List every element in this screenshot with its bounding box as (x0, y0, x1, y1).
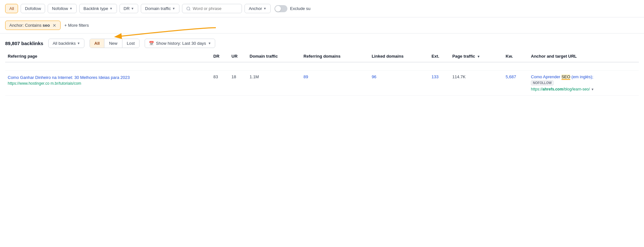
target-url-domain: ahrefs.com (543, 87, 563, 91)
exclude-toggle[interactable] (274, 5, 287, 12)
svg-point-0 (187, 7, 190, 10)
stats-row: 89,807 backlinks All backlinks ▼ All New… (0, 33, 644, 51)
referring-page-cell: Como Ganhar Dinheiro na Internet: 30 Mel… (5, 71, 211, 96)
tab-lost[interactable]: Lost (122, 39, 139, 48)
col-linked-domains: Linked domains (369, 51, 429, 62)
anchor-target-cell: Como Aprender SEO (em inglés); NOFOLLOW … (528, 71, 639, 96)
col-dr: DR (211, 51, 229, 62)
backlinks-tab-group: All New Lost (90, 39, 139, 48)
table-row: Como Ganhar Dinheiro na Internet: 30 Mel… (5, 71, 639, 96)
domain-traffic-btn[interactable]: Domain traffic ▼ (141, 4, 179, 13)
nofollow-label: Nofollow (52, 6, 68, 11)
dr-filter-btn[interactable]: DR ▼ (120, 4, 139, 13)
anchor-filter-tag: Anchor: Contains seo ✕ (5, 21, 61, 30)
toolbar-row-1: All Dofollow Nofollow ▼ Backlink type ▼ … (0, 0, 644, 17)
more-filters-btn[interactable]: + More filters (64, 22, 89, 29)
referring-page-url-text: https://www.hostinger.co m.br/tutoriais/… (8, 81, 81, 86)
target-url-before: https:// (531, 87, 543, 91)
all-filter-label: All (9, 6, 14, 11)
show-history-btn[interactable]: 📅 Show history: Last 30 days ▼ (145, 39, 215, 48)
target-url-link[interactable]: https://ahrefs.com/blog/learn-seo/ (531, 87, 591, 91)
tab-all[interactable]: All (90, 39, 105, 48)
svg-line-1 (189, 9, 190, 10)
col-anchor-target: Anchor and target URL (528, 51, 639, 62)
referring-page-url[interactable]: https://www.hostinger.co m.br/tutoriais/… (8, 81, 81, 86)
tab-new-label: New (109, 41, 117, 46)
history-label: Show history: Last 30 days (156, 41, 206, 46)
exclude-label: Exclude su (290, 6, 311, 11)
separator-row (5, 62, 639, 71)
filter-tag-prefix: Anchor: Contains (9, 23, 43, 28)
nofollow-chevron-icon: ▼ (69, 7, 72, 10)
domain-traffic-label: Domain traffic (145, 6, 171, 11)
dofollow-label: Dofollow (25, 6, 41, 11)
nofollow-badge: NOFOLLOW (531, 81, 553, 85)
backlink-type-btn[interactable]: Backlink type ▼ (79, 4, 117, 13)
ur-cell: 18 (229, 71, 247, 96)
filter-tag-close-btn[interactable]: ✕ (53, 23, 56, 28)
all-backlinks-label: All backlinks (53, 41, 76, 46)
backlinks-table: Referring page DR UR Domain traffic Refe… (5, 51, 639, 96)
backlink-type-label: Backlink type (83, 6, 108, 11)
toggle-container: Exclude su (274, 5, 311, 12)
anchor-before-text: Como Aprender (531, 74, 562, 79)
dr-chevron-icon: ▼ (131, 7, 134, 10)
history-chevron-icon: ▼ (208, 42, 211, 45)
tab-all-label: All (94, 41, 100, 46)
calendar-icon: 📅 (149, 41, 154, 46)
referring-page-link[interactable]: Como Ganhar Dinheiro na Internet: 30 Mel… (8, 74, 208, 81)
col-domain-traffic: Domain traffic (247, 51, 301, 62)
plus-icon: + (64, 23, 67, 28)
tab-new[interactable]: New (104, 39, 122, 48)
anchor-filter-btn[interactable]: Anchor ▼ (245, 4, 271, 13)
all-backlinks-btn[interactable]: All backlinks ▼ (48, 39, 84, 48)
anchor-after-text: (em inglés); (570, 74, 593, 79)
search-icon (186, 6, 191, 11)
anchor-seo-text: SEO (562, 74, 570, 80)
target-url-path: /blog/learn-seo/ (563, 87, 590, 91)
referring-domains-cell[interactable]: 89 (301, 71, 369, 96)
filter-tags-row: Anchor: Contains seo ✕ + More filters (0, 17, 644, 33)
page-traffic-sort-icon: ▼ (477, 55, 480, 58)
all-backlinks-chevron-icon: ▼ (77, 42, 80, 45)
referring-page-text: Como Ganhar Dinheiro na Internet: 30 Mel… (8, 75, 130, 80)
col-kw: Kw. (503, 51, 529, 62)
domain-traffic-chevron-icon: ▼ (172, 7, 175, 10)
nofollow-filter-btn[interactable]: Nofollow ▼ (48, 4, 77, 13)
tab-lost-label: Lost (127, 41, 135, 46)
col-ur: UR (229, 51, 247, 62)
dr-cell: 83 (211, 71, 229, 96)
ext-cell[interactable]: 133 (429, 71, 450, 96)
kw-cell[interactable]: 5,687 (503, 71, 529, 96)
anchor-chevron-icon: ▼ (263, 7, 266, 10)
linked-domains-cell[interactable]: 96 (369, 71, 429, 96)
target-url-container: https://ahrefs.com/blog/learn-seo/ ▼ (531, 87, 636, 91)
col-ext: Ext. (429, 51, 450, 62)
anchor-label: Anchor (249, 6, 262, 11)
more-filters-label: More filters (68, 23, 89, 28)
col-referring-page: Referring page (5, 51, 211, 62)
filter-tag-text: Anchor: Contains seo (9, 23, 50, 28)
domain-traffic-cell: 1.1M (247, 71, 301, 96)
search-input[interactable] (193, 6, 238, 11)
anchor-text-container: Como Aprender SEO (em inglés); (531, 74, 636, 79)
all-filter-btn[interactable]: All (5, 4, 18, 13)
nofollow-badge-container: NOFOLLOW (531, 79, 636, 85)
word-phrase-search[interactable] (182, 4, 242, 13)
target-url-dropdown-icon[interactable]: ▼ (591, 88, 594, 91)
filter-tag-value: seo (43, 23, 50, 28)
col-referring-domains: Referring domains (301, 51, 369, 62)
table-container: Referring page DR UR Domain traffic Refe… (0, 51, 644, 96)
dr-label: DR (124, 6, 130, 11)
table-header-row: Referring page DR UR Domain traffic Refe… (5, 51, 639, 62)
page-traffic-cell: 114.7K (450, 71, 503, 96)
col-page-traffic[interactable]: Page traffic ▼ (450, 51, 503, 62)
backlink-type-chevron-icon: ▼ (110, 7, 113, 10)
dofollow-filter-btn[interactable]: Dofollow (21, 4, 45, 13)
backlinks-count: 89,807 backlinks (5, 41, 43, 46)
